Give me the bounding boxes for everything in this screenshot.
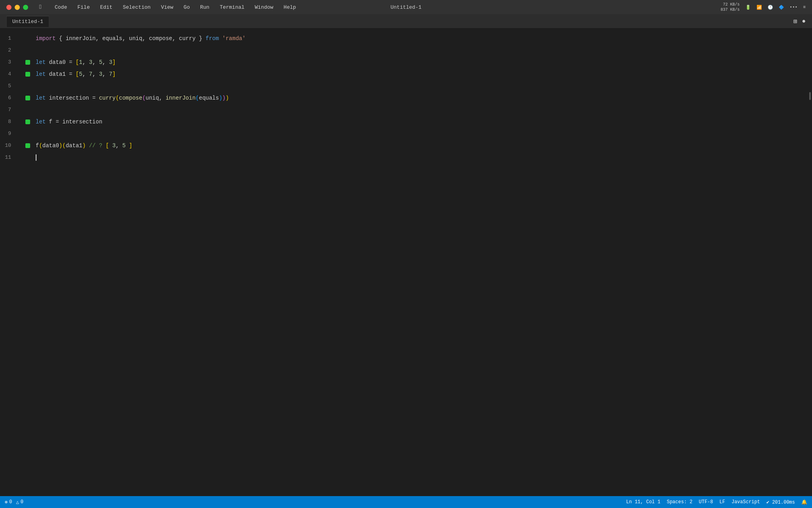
menu-edit[interactable]: Edit bbox=[98, 4, 114, 11]
line-num-4: 4 bbox=[0, 68, 16, 80]
warnings-item[interactable]: △ 0 bbox=[16, 499, 23, 505]
status-bar: ⊗ 0 △ 0 Ln 11, Col 1 Spaces: 2 UTF-8 LF … bbox=[0, 496, 812, 508]
network-down: 837 KB/s bbox=[721, 7, 740, 12]
close-button[interactable] bbox=[6, 5, 11, 10]
num-5b: 5 bbox=[79, 71, 82, 77]
apple-menu[interactable]:  bbox=[38, 3, 44, 12]
menu-view[interactable]: View bbox=[159, 4, 175, 11]
line-ending[interactable]: LF bbox=[720, 499, 725, 505]
comma-3a: , bbox=[82, 59, 89, 65]
paren-open-10b: ( bbox=[62, 142, 65, 149]
menu-code[interactable]: Code bbox=[53, 4, 69, 11]
language-mode[interactable]: JavaScript bbox=[732, 499, 760, 505]
code-area[interactable]: import { innerJoin, equals, uniq, compos… bbox=[32, 29, 806, 496]
gutter-7 bbox=[24, 104, 32, 116]
code-line-2 bbox=[36, 44, 806, 56]
breakpoint-6[interactable] bbox=[25, 96, 30, 100]
menu-go[interactable]: Go bbox=[182, 4, 192, 11]
breakpoint-10[interactable] bbox=[25, 143, 30, 148]
comma-4a: , bbox=[82, 71, 89, 77]
fn-curry: curry bbox=[99, 95, 116, 101]
import-names: innerJoin, equals, uniq, compose, curry bbox=[66, 35, 196, 42]
tab-bar: Untitled-1 ⊞ ● bbox=[0, 14, 812, 29]
notification-icon[interactable]: 🔔 bbox=[801, 499, 807, 505]
errors-item[interactable]: ⊗ 0 bbox=[5, 499, 12, 505]
line-num-8: 8 bbox=[0, 116, 16, 128]
bracket-open-4: [ bbox=[76, 71, 79, 77]
timing: ✔ 201.00ms bbox=[766, 499, 795, 505]
code-line-7 bbox=[36, 104, 806, 116]
empty-9 bbox=[36, 131, 39, 137]
line-num-7: 7 bbox=[0, 104, 16, 116]
paren-open-10a: ( bbox=[39, 142, 42, 149]
menu-selection[interactable]: Selection bbox=[121, 4, 152, 11]
breakpoint-8[interactable] bbox=[25, 119, 30, 124]
gutter-10 bbox=[24, 140, 32, 152]
bracket-open-3: [ bbox=[76, 59, 79, 65]
editor-tab[interactable]: Untitled-1 bbox=[6, 16, 49, 27]
menu-terminal[interactable]: Terminal bbox=[218, 4, 246, 11]
paren-open-6c: ( bbox=[195, 95, 199, 101]
num-7a: 7 bbox=[89, 71, 92, 77]
line-num-2: 2 bbox=[0, 44, 16, 56]
bracket-close-10: ] bbox=[126, 142, 132, 149]
gutter-6 bbox=[24, 92, 32, 104]
error-icon: ⊗ bbox=[5, 499, 8, 505]
wifi-icon: 📶 bbox=[756, 5, 762, 10]
menu-help[interactable]: Help bbox=[282, 4, 297, 11]
plain-6a: intersection = bbox=[46, 95, 99, 101]
code-line-4: let data1 = [ 5 , 7 , 3 , 7 ] bbox=[36, 68, 806, 80]
code-line-11 bbox=[36, 152, 806, 164]
network-stats: 72 KB/s 837 KB/s bbox=[721, 2, 740, 12]
indentation[interactable]: Spaces: 2 bbox=[667, 499, 693, 505]
network-up: 72 KB/s bbox=[723, 2, 740, 7]
comma-10: , bbox=[116, 142, 123, 149]
line-num-9: 9 bbox=[0, 128, 16, 140]
menu-run[interactable]: Run bbox=[199, 4, 211, 11]
cursor-position[interactable]: Ln 11, Col 1 bbox=[626, 499, 660, 505]
scrollbar-thumb[interactable] bbox=[809, 92, 811, 100]
kw-from: from bbox=[206, 35, 219, 42]
line-num-10: 10 bbox=[0, 140, 16, 152]
plain-data0: data0 bbox=[42, 142, 59, 149]
clock-icon: 🕐 bbox=[768, 5, 773, 10]
comment-10: // ? bbox=[89, 142, 105, 149]
plain-space bbox=[86, 142, 89, 149]
line-num-1: 1 bbox=[0, 33, 16, 44]
empty-2 bbox=[36, 47, 39, 54]
breakpoint-3[interactable] bbox=[25, 60, 30, 65]
paren-close-6b: ) bbox=[222, 95, 226, 101]
scrollbar-track[interactable] bbox=[806, 29, 812, 496]
more-options-icon[interactable]: ● bbox=[802, 18, 806, 25]
title-bar-left:  Code File Edit Selection View Go Run T… bbox=[6, 3, 298, 12]
code-line-3: let data0 = [ 1 , 3 , 5 , 3 ] bbox=[36, 56, 806, 68]
breakpoint-4[interactable] bbox=[25, 72, 30, 77]
paren-close-6a: ) bbox=[226, 95, 229, 101]
traffic-lights bbox=[6, 5, 28, 10]
menu-bar:  Code File Edit Selection View Go Run T… bbox=[38, 3, 298, 12]
status-left: ⊗ 0 △ 0 bbox=[5, 499, 23, 505]
fn-compose: compose bbox=[119, 95, 142, 101]
encoding[interactable]: UTF-8 bbox=[699, 499, 713, 505]
status-right: Ln 11, Col 1 Spaces: 2 UTF-8 LF JavaScri… bbox=[626, 499, 807, 505]
minimize-button[interactable] bbox=[15, 5, 20, 10]
num-3c: 3 bbox=[99, 71, 102, 77]
line-num-6: 6 bbox=[0, 92, 16, 104]
menu-window[interactable]: Window bbox=[253, 4, 275, 11]
title-bar:  Code File Edit Selection View Go Run T… bbox=[0, 0, 812, 14]
plain-1: { bbox=[56, 35, 65, 42]
num-5c: 5 bbox=[123, 142, 126, 149]
line-num-11: 11 bbox=[0, 152, 16, 164]
gutter-9 bbox=[24, 128, 32, 140]
plain-8a: f = intersection bbox=[46, 119, 102, 125]
gutter-8 bbox=[24, 116, 32, 128]
maximize-button[interactable] bbox=[23, 5, 28, 10]
menu-file[interactable]: File bbox=[76, 4, 91, 11]
plain-uniq: uniq, bbox=[146, 95, 165, 101]
gutter-2 bbox=[24, 44, 32, 56]
split-editor-icon[interactable]: ⊞ bbox=[793, 17, 797, 25]
gutter-4 bbox=[24, 68, 32, 80]
num-3d: 3 bbox=[112, 142, 115, 149]
comma-3c: , bbox=[102, 59, 109, 65]
paren-open-6a: ( bbox=[116, 95, 119, 101]
